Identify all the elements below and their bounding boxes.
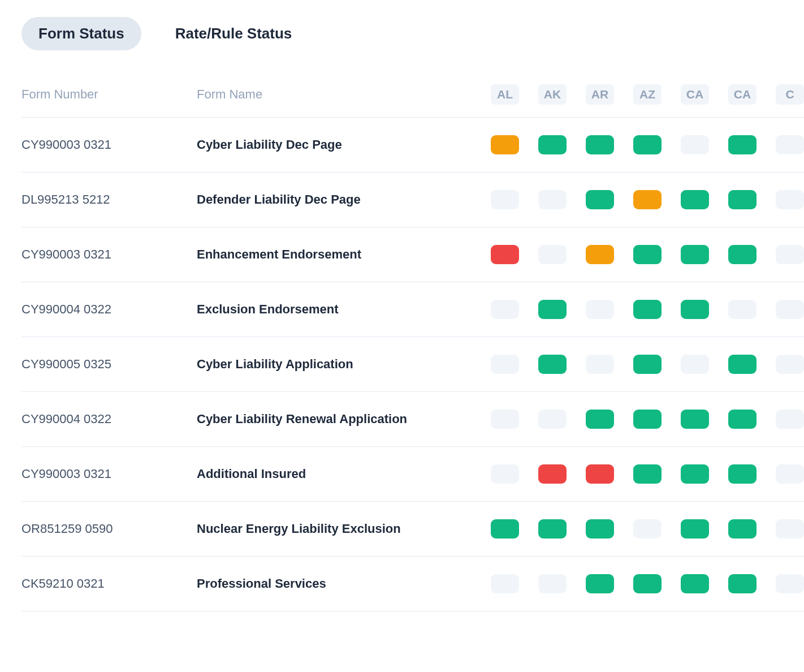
status-cell-green[interactable] xyxy=(586,574,614,593)
status-cell-orange[interactable] xyxy=(633,190,662,209)
state-header-az[interactable]: AZ xyxy=(633,84,662,105)
status-cell-gray[interactable] xyxy=(538,190,567,209)
status-cell-green[interactable] xyxy=(491,519,519,539)
form-number-text: CY990003 0321 xyxy=(21,467,111,481)
status-table: Form Number Form Name ALAKARAZCACAC CY99… xyxy=(21,84,804,611)
cell-form-name: Defender Liability Dec Page xyxy=(197,192,491,207)
main-container: Form Status Rate/Rule Status Form Number… xyxy=(0,0,804,611)
status-cell-gray[interactable] xyxy=(538,574,567,593)
status-cell-orange[interactable] xyxy=(491,135,519,154)
status-cell-red[interactable] xyxy=(491,245,519,264)
status-cell-green[interactable] xyxy=(728,190,757,209)
state-header-ar[interactable]: AR xyxy=(586,84,614,105)
status-cell-gray[interactable] xyxy=(586,355,614,374)
status-cell-green[interactable] xyxy=(681,519,709,539)
status-cell-orange[interactable] xyxy=(586,245,614,264)
status-cell-green[interactable] xyxy=(728,464,757,484)
cell-form-name: Cyber Liability Dec Page xyxy=(197,137,491,152)
state-header-label: AK xyxy=(544,88,561,101)
cell-form-number: DL995213 5212 xyxy=(21,192,197,207)
cell-form-number: CY990004 0322 xyxy=(21,412,197,427)
table-row: CY990003 0321Cyber Liability Dec Page xyxy=(21,118,804,173)
status-cell-green[interactable] xyxy=(633,410,662,429)
cell-form-name: Enhancement Endorsement xyxy=(197,247,491,262)
status-cell-gray[interactable] xyxy=(776,135,804,154)
form-name-text: Enhancement Endorsement xyxy=(197,247,361,261)
status-cell-green[interactable] xyxy=(728,519,757,539)
status-cell-green[interactable] xyxy=(728,355,757,374)
cell-form-number: CY990003 0321 xyxy=(21,137,197,152)
tab-rate-rule-status[interactable]: Rate/Rule Status xyxy=(158,17,309,50)
status-cell-green[interactable] xyxy=(633,300,662,319)
status-cell-gray[interactable] xyxy=(491,190,519,209)
state-header-ca[interactable]: CA xyxy=(681,84,709,105)
status-cell-green[interactable] xyxy=(681,300,709,319)
status-cell-gray[interactable] xyxy=(776,355,804,374)
status-cell-gray[interactable] xyxy=(776,300,804,319)
status-cell-gray[interactable] xyxy=(491,300,519,319)
status-cell-gray[interactable] xyxy=(681,355,709,374)
status-cell-gray[interactable] xyxy=(491,464,519,484)
cell-form-number: CY990005 0325 xyxy=(21,357,197,372)
status-cell-red[interactable] xyxy=(538,464,567,484)
status-cells xyxy=(491,190,804,209)
state-header-c[interactable]: C xyxy=(776,84,804,105)
form-name-text: Professional Services xyxy=(197,576,326,591)
status-cell-gray[interactable] xyxy=(776,464,804,484)
form-name-text: Nuclear Energy Liability Exclusion xyxy=(197,522,401,536)
status-cell-green[interactable] xyxy=(538,519,567,539)
status-cell-green[interactable] xyxy=(681,410,709,429)
status-cell-green[interactable] xyxy=(538,135,567,154)
status-cell-green[interactable] xyxy=(681,574,709,593)
state-header-ca[interactable]: CA xyxy=(728,84,757,105)
tab-form-status[interactable]: Form Status xyxy=(21,17,141,50)
cell-form-name: Professional Services xyxy=(197,576,491,591)
state-header-ak[interactable]: AK xyxy=(538,84,567,105)
tabs-row: Form Status Rate/Rule Status xyxy=(21,17,804,50)
status-cell-green[interactable] xyxy=(681,190,709,209)
col-header-form-name: Form Name xyxy=(197,87,491,102)
status-cell-gray[interactable] xyxy=(776,410,804,429)
status-cell-gray[interactable] xyxy=(776,190,804,209)
status-cell-gray[interactable] xyxy=(538,245,567,264)
form-number-text: CY990005 0325 xyxy=(21,357,111,371)
status-cell-green[interactable] xyxy=(538,300,567,319)
status-cell-green[interactable] xyxy=(586,519,614,539)
status-cell-green[interactable] xyxy=(728,135,757,154)
status-cell-green[interactable] xyxy=(586,135,614,154)
status-cell-gray[interactable] xyxy=(633,519,662,539)
status-cell-gray[interactable] xyxy=(586,300,614,319)
status-cell-green[interactable] xyxy=(728,410,757,429)
cell-form-number: OR851259 0590 xyxy=(21,522,197,536)
status-cell-green[interactable] xyxy=(633,574,662,593)
status-cell-red[interactable] xyxy=(586,464,614,484)
status-cell-gray[interactable] xyxy=(776,574,804,593)
state-headers: ALAKARAZCACAC xyxy=(491,84,804,105)
status-cell-gray[interactable] xyxy=(491,410,519,429)
status-cell-green[interactable] xyxy=(633,245,662,264)
status-cell-green[interactable] xyxy=(633,355,662,374)
cell-form-number: CY990003 0321 xyxy=(21,247,197,262)
status-cell-green[interactable] xyxy=(681,464,709,484)
header-form-name: Form Name xyxy=(197,87,262,101)
status-cell-gray[interactable] xyxy=(491,574,519,593)
status-cell-green[interactable] xyxy=(586,410,614,429)
state-header-al[interactable]: AL xyxy=(491,84,519,105)
status-cell-green[interactable] xyxy=(633,464,662,484)
state-header-label: AZ xyxy=(639,88,655,101)
status-cell-gray[interactable] xyxy=(776,519,804,539)
state-header-label: CA xyxy=(734,88,751,101)
status-cell-gray[interactable] xyxy=(491,355,519,374)
status-cell-gray[interactable] xyxy=(681,135,709,154)
status-cell-green[interactable] xyxy=(728,574,757,593)
form-number-text: CY990003 0321 xyxy=(21,247,111,261)
status-cell-gray[interactable] xyxy=(728,300,757,319)
status-cell-green[interactable] xyxy=(681,245,709,264)
status-cell-green[interactable] xyxy=(633,135,662,154)
status-cell-green[interactable] xyxy=(538,355,567,374)
status-cell-gray[interactable] xyxy=(538,410,567,429)
status-cell-gray[interactable] xyxy=(776,245,804,264)
status-cell-green[interactable] xyxy=(728,245,757,264)
status-cell-green[interactable] xyxy=(586,190,614,209)
table-row: OR851259 0590Nuclear Energy Liability Ex… xyxy=(21,502,804,557)
